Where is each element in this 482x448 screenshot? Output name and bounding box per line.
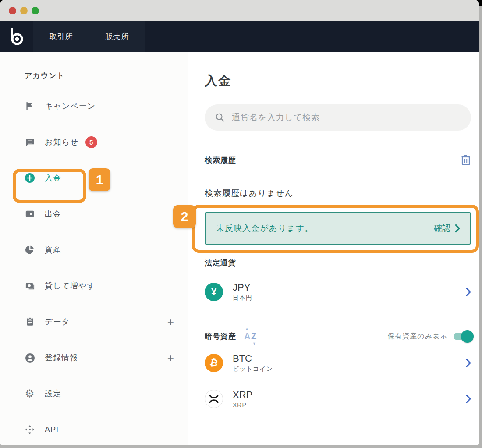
sort-az-icon[interactable]: ▲AZ▼ [244, 330, 259, 343]
account-sidebar: アカウント キャンペーン お知らせ 5 入金 [0, 52, 188, 445]
chevron-right-icon [455, 224, 461, 233]
zoom-window-button[interactable] [32, 7, 39, 14]
currency-name: ビットコイン [233, 365, 273, 373]
sidebar-item-label: 貸して増やす [45, 281, 96, 291]
pending-deposit-banner[interactable]: 未反映入金があります。 確認 [205, 212, 471, 245]
trash-icon[interactable] [461, 154, 471, 166]
holdings-only-label: 保有資産のみ表示 [387, 332, 447, 341]
sidebar-item-label: キャンペーン [45, 101, 96, 111]
btc-coin-icon: ₿ [205, 354, 223, 372]
api-icon [25, 424, 35, 435]
currency-row-btc[interactable]: ₿ BTC ビットコイン [205, 345, 471, 381]
close-window-button[interactable] [9, 7, 16, 14]
sidebar-item-deposit[interactable]: 入金 [0, 160, 188, 196]
tab-exchange-label: 取引所 [50, 32, 73, 42]
sidebar-item-label: 資産 [45, 245, 61, 255]
sidebar-item-label: API [45, 425, 59, 434]
xrp-coin-icon [205, 390, 223, 408]
fiat-section-label: 法定通貨 [205, 258, 471, 268]
flag-icon [25, 101, 35, 111]
expand-data-button[interactable]: + [167, 315, 174, 329]
sidebar-item-label: 登録情報 [45, 352, 78, 363]
sidebar-item-settings[interactable]: ⚙ 設定 [0, 376, 188, 412]
chat-icon [25, 137, 35, 147]
confirm-label: 確認 [434, 223, 450, 234]
sidebar-item-withdraw[interactable]: 出金 [0, 196, 188, 232]
sidebar-item-label: 入金 [45, 173, 61, 183]
deposit-main-panel: 入金 検索履歴 検索履歴はありません 未反映入金があります。 確認 法定通貨 ¥ [188, 52, 479, 445]
currency-row-jpy[interactable]: ¥ JPY 日本円 [205, 274, 471, 310]
jpy-coin-icon: ¥ [205, 283, 223, 301]
sidebar-item-label: 出金 [45, 209, 61, 219]
sidebar-item-data[interactable]: データ + [0, 304, 188, 340]
gear-icon: ⚙ [25, 388, 35, 399]
search-history-empty-text: 検索履歴はありません [205, 188, 471, 199]
page-title: 入金 [205, 72, 471, 90]
currency-name: 日本円 [233, 294, 252, 302]
currency-code: BTC [233, 353, 273, 364]
currency-row-xrp[interactable]: XRP XRP [205, 381, 471, 417]
sidebar-item-assets[interactable]: 資産 [0, 232, 188, 268]
chevron-right-icon [466, 288, 471, 296]
navbar-spacer [145, 21, 479, 52]
currency-search-box[interactable] [205, 104, 471, 131]
sidebar-item-lending[interactable]: 貸して増やす [0, 268, 188, 304]
bitbank-logo-icon [8, 27, 25, 46]
sidebar-item-registration[interactable]: 登録情報 + [0, 340, 188, 376]
withdraw-icon [25, 209, 35, 219]
pending-deposit-confirm-link[interactable]: 確認 [434, 223, 461, 234]
sidebar-item-label: 設定 [45, 388, 61, 399]
window-titlebar [0, 0, 479, 21]
currency-name: XRP [233, 402, 252, 409]
chevron-right-icon [466, 359, 471, 367]
banknote-icon [25, 281, 35, 291]
tab-sales-label: 販売所 [106, 32, 129, 42]
sidebar-item-notifications[interactable]: お知らせ 5 [0, 124, 188, 160]
notification-count-badge: 5 [85, 136, 97, 148]
sidebar-item-campaign[interactable]: キャンペーン [0, 88, 188, 124]
sidebar-item-label: お知らせ [45, 137, 78, 147]
search-icon [215, 113, 225, 122]
minimize-window-button[interactable] [20, 7, 28, 14]
currency-code: XRP [233, 389, 252, 401]
search-input[interactable] [232, 113, 461, 122]
sidebar-item-label: データ [45, 316, 70, 327]
sidebar-section-title: アカウント [0, 63, 188, 88]
pending-deposit-message: 未反映入金があります。 [216, 223, 313, 234]
crypto-section-label: 暗号資産 [205, 331, 236, 341]
toggle-knob [461, 330, 474, 343]
bitbank-logo[interactable] [0, 21, 33, 52]
tab-sales[interactable]: 販売所 [89, 21, 145, 52]
holdings-only-toggle[interactable] [454, 333, 471, 340]
currency-code: JPY [233, 282, 252, 293]
sidebar-item-api[interactable]: API [0, 412, 188, 445]
clipboard-icon [25, 316, 35, 327]
expand-registration-button[interactable]: + [167, 351, 174, 365]
chevron-right-icon [466, 395, 471, 403]
top-navbar: 取引所 販売所 [0, 21, 479, 52]
search-history-label: 検索履歴 [205, 155, 236, 165]
person-icon [25, 352, 35, 363]
tab-exchange[interactable]: 取引所 [33, 21, 89, 52]
plus-circle-icon [25, 173, 35, 183]
app-window: 取引所 販売所 アカウント キャンペーン お知らせ 5 [0, 0, 479, 445]
pie-chart-icon [25, 245, 35, 255]
